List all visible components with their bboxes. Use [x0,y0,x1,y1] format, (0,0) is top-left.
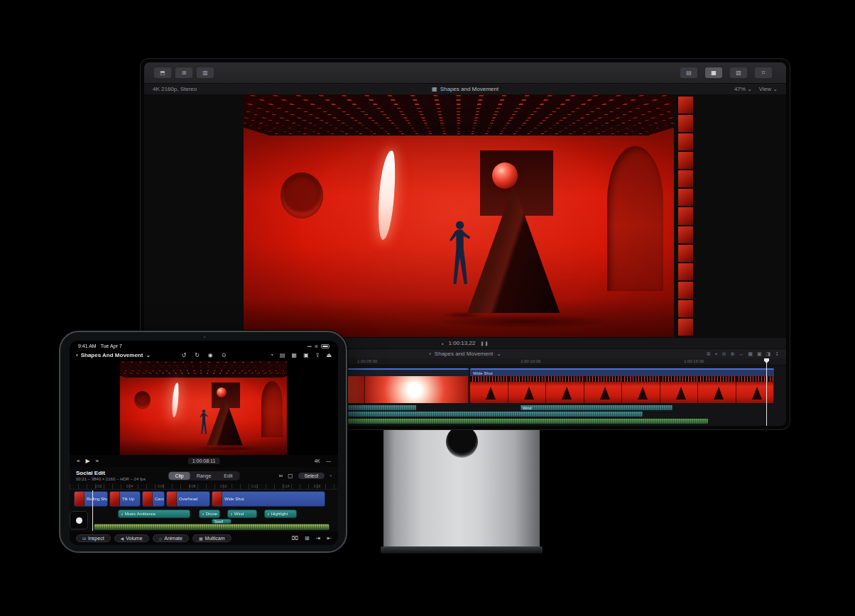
ipad-clip-tilt-up[interactable]: Tilt Up [109,491,141,507]
layout-inspector-icon: ▧ [736,70,741,76]
timer-icon[interactable]: ◔ [270,352,273,358]
snapping-icon[interactable]: ↧ [775,351,779,357]
zoom-level-menu[interactable]: 47% ⌄ [734,86,752,92]
ipad-app-header: ‹ Shapes And Movement ⌄ ↺ ↻ ◉ ⊙ ◔ ▤ ▦ ▣ … [70,349,338,361]
stand-cable-hole [446,426,478,458]
ipad-audio-drone[interactable]: ♫ Drone [199,510,220,518]
fcp-toolbar: ⬒ ⊞ ▥ ▤ ▦ ▧ ⌑ [144,62,786,84]
select-button[interactable]: Select [298,473,325,479]
overlay-icon[interactable]: ⊞ [305,535,310,541]
scene-vignette [244,95,674,337]
ruler-label: 1:00:15:00 [684,359,704,363]
mode-edit-button[interactable]: Edit [217,472,239,480]
insert-icon[interactable]: ⊕ [730,351,734,357]
import-media-button[interactable]: ⬒ [154,67,171,78]
ipad-clip-rolling-shot[interactable]: Rolling Shot [74,491,108,507]
trash-icon[interactable]: ⌧ [292,535,298,541]
tool-icon[interactable]: ⌖ [715,351,718,357]
export-icon[interactable]: ⇧ [315,352,320,358]
speaker-icon: ◀ [121,536,124,541]
more-icon[interactable]: ◦ [330,473,332,479]
inspect-button[interactable]: ⊟ Inspect [76,534,111,542]
browser-icon: ⊞ [182,70,187,76]
volume-button[interactable]: ◀ Volume [114,534,149,542]
ipad-audio-swell[interactable]: Swell [212,519,232,524]
grid-icon[interactable]: ▦ [748,351,753,357]
play-icon[interactable]: ▶ [85,458,89,464]
jog-wheel[interactable] [70,511,88,529]
clip-thumbnail [110,492,120,506]
audio-clip-wind[interactable]: Wind [521,405,672,410]
clip-thumbnail [143,492,153,506]
timeline-project-name: Social Edit [76,470,146,476]
project-title-menu[interactable]: Shapes And Movement [81,352,143,358]
cellular-icon: ••• [307,344,312,348]
ipad-playhead[interactable] [92,490,93,531]
loop-icon[interactable]: ∞ [278,473,283,479]
previous-frame-icon[interactable]: « [77,458,80,464]
clip-appearance-icon[interactable]: ▣ [757,351,762,357]
ipad-audio-wind[interactable]: ♫ Wind [227,510,257,518]
note-icon: ♫ [230,512,233,516]
media-icon[interactable]: ▣ [303,352,309,358]
browser-button[interactable]: ⊞ [175,67,192,78]
ipad-timeline[interactable]: 0:02 0:04 0:06 0:08 0:10 0:12 0:14 0:16 … [70,484,338,532]
ipad-status-bar: 9:41 AM Tue Apr 7 ••• ≋ [70,341,338,349]
pause-icon[interactable]: ❚❚ [480,341,489,346]
record-icon[interactable]: ⊙ [222,352,227,358]
layout-timeline-toggle[interactable]: ▦ [705,67,722,78]
mode-clip-button[interactable]: Clip [169,472,190,480]
back-button[interactable]: ‹ [76,352,78,358]
note-icon: ♫ [202,512,205,516]
browser-icon[interactable]: ▤ [280,352,285,358]
redo-icon[interactable]: ↻ [195,352,200,358]
ipad-audio-music-ambience[interactable]: ♫ Music Ambience [118,510,190,518]
video-red-room-scene [244,95,674,337]
share-button[interactable]: ⌑ [755,67,772,78]
wifi-icon: ≋ [315,343,318,348]
clip-name-label: Wide Shot [473,371,493,375]
ruler-label: 1:00:10:00 [521,359,540,363]
ipad-bottom-toolbar: ⊟ Inspect ◀ Volume ◇ Animate ▦ Multicam … [70,532,338,545]
timeline-back-button[interactable]: ‹ [429,351,431,357]
skimmer-icon: ● [442,341,444,346]
mode-range-button[interactable]: Range [190,472,218,480]
share-icon: ⌑ [762,70,765,76]
insert-right-icon[interactable]: ⇥ [316,535,321,541]
index-icon[interactable]: ≣ [707,351,711,357]
ipad-timeline-ruler[interactable]: 0:02 0:04 0:06 0:08 0:10 0:12 0:14 0:16 [70,484,338,490]
timecode-display: 1:00:13,22 [449,340,476,346]
multicam-button[interactable]: ▦ Multicam [192,534,232,542]
ipad-audio-highlight[interactable]: ♫ Highlight [264,510,297,518]
quality-badge[interactable]: 4K [314,458,320,463]
timeline-project-menu[interactable]: Shapes and Movement [435,351,493,357]
trim-icon[interactable]: ⊖ [722,351,726,357]
minimize-icon[interactable]: — [326,458,331,463]
viewer [144,95,786,337]
ipad-music-track[interactable] [94,524,330,530]
frame-icon[interactable]: ▢ [288,473,293,479]
ipad-clip-camera[interactable]: Camera [142,491,165,507]
ipad-clip-wide-shot[interactable]: Wide Shot [212,491,325,507]
eject-icon[interactable]: ⏏ [326,352,332,358]
timeline-clip-wide-shot[interactable]: Wide Shot [470,368,774,403]
overwrite-icon[interactable]: ↔ [739,351,744,357]
insert-left-icon[interactable]: ⇤ [327,535,332,541]
ruler-label: 1:00:05:00 [357,359,377,363]
effects-button[interactable]: ▥ [197,67,214,78]
layout-browser-toggle[interactable]: ▤ [680,67,697,78]
ipad-clip-overhead[interactable]: Overhead [166,491,210,507]
view-menu[interactable]: View ⌄ [759,86,778,92]
clock-label: 9:41 AM [78,343,97,348]
layout-inspector-toggle[interactable]: ▧ [730,67,747,78]
ipad-player-controls: « ▶ » 1:00:08:11 4K — [70,455,338,467]
animate-button[interactable]: ◇ Animate [153,534,189,542]
undo-icon[interactable]: ↺ [181,352,186,358]
playhead[interactable] [766,358,767,426]
clip-thumbnail [212,492,222,506]
apps-icon[interactable]: ▦ [292,352,298,358]
chevron-down-icon: ⌄ [496,351,501,357]
voiceover-icon[interactable]: ◉ [208,352,213,358]
skimming-icon[interactable]: ◨ [766,351,771,357]
next-frame-icon[interactable]: » [96,458,99,464]
